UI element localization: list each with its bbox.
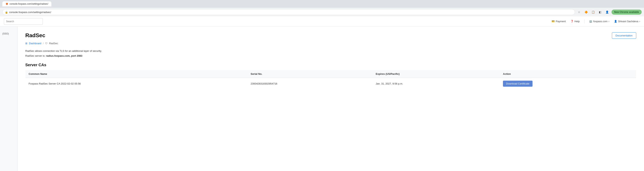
user-label: Shivani Sachdeva bbox=[618, 20, 638, 23]
documentation-button[interactable]: Documentation bbox=[612, 32, 636, 39]
breadcrumb-current-label: RadSec bbox=[49, 42, 58, 45]
dashboard-icon bbox=[25, 42, 28, 45]
domain-icon: 🏢 bbox=[589, 20, 592, 23]
address-bar-row: 🔒 console.foxpass.com/settings/radsec/ ☆… bbox=[0, 8, 644, 16]
new-chrome-button[interactable]: New Chrome available bbox=[612, 10, 642, 15]
download-certificate-button[interactable]: Download Certificate bbox=[503, 81, 532, 87]
page-title: RadSec bbox=[25, 32, 45, 39]
radsec-shield-icon bbox=[45, 42, 48, 45]
breadcrumb-current: RadSec bbox=[45, 42, 58, 45]
server-cas-title: Server CAs bbox=[25, 63, 636, 67]
col-common-name: Common Name bbox=[26, 70, 248, 78]
help-label: Help bbox=[574, 20, 580, 23]
app-layout: 💳 Payment ❓ Help 🏢 foxpass.com › 👤 Shiva… bbox=[0, 16, 644, 171]
cell-common-name: Foxpass RadSec Server CA 2022-02-02 05:5… bbox=[26, 78, 248, 90]
theme-icon[interactable]: ◧ bbox=[598, 9, 603, 15]
payment-icon: 💳 bbox=[552, 20, 555, 23]
radsec-description: RadSec allows connection via TLS for an … bbox=[25, 50, 636, 52]
server-info-value: radius.foxpass.com, port 2083 bbox=[46, 54, 82, 57]
address-bar[interactable]: 🔒 console.foxpass.com/settings/radsec/ bbox=[2, 9, 575, 15]
top-nav: 💳 Payment ❓ Help 🏢 foxpass.com › 👤 Shiva… bbox=[0, 16, 644, 27]
search-input[interactable] bbox=[4, 18, 43, 25]
tab-title: console.foxpass.com/settings/radsec/ bbox=[10, 3, 48, 5]
user-icon: 👤 bbox=[614, 20, 617, 23]
avatar-icon[interactable]: 👤 bbox=[604, 9, 610, 15]
nav-divider bbox=[584, 20, 584, 23]
payment-label: Payment bbox=[556, 20, 566, 23]
server-info: RadSec server is: radius.foxpass.com, po… bbox=[25, 54, 636, 57]
page-header: RadSec Documentation bbox=[25, 32, 636, 39]
col-action: Action bbox=[500, 70, 636, 78]
cell-action: Download Certificate bbox=[500, 78, 636, 90]
browser-tab[interactable]: 🦊 console.foxpass.com/settings/radsec/ bbox=[2, 1, 51, 7]
sidebar-item-sso[interactable]: (SSO) bbox=[0, 30, 17, 37]
breadcrumb-dashboard-label: Dashboard bbox=[29, 42, 42, 45]
server-info-prefix: RadSec server is: bbox=[25, 54, 46, 57]
bookmark-icon[interactable]: ☆ bbox=[576, 9, 582, 15]
domain-label: foxpass.com bbox=[593, 20, 608, 23]
browser-icons: ☆ 🔶 📋 ◧ 👤 New Chrome available bbox=[576, 9, 642, 15]
main-container: (SSO) RadSec Documentation Dashboard / R… bbox=[0, 27, 644, 171]
breadcrumb: Dashboard / RadSec bbox=[25, 42, 636, 45]
domain-nav-item[interactable]: 🏢 foxpass.com › bbox=[589, 20, 609, 23]
col-expires: Expires (US/Pacific) bbox=[372, 70, 500, 78]
payment-nav-item[interactable]: 💳 Payment bbox=[552, 20, 566, 23]
cell-serial-no: 2393428318302954716 bbox=[248, 78, 372, 90]
cell-expires: Jan. 31, 2027, 9:56 p.m. bbox=[372, 78, 500, 90]
col-serial-no: Serial No. bbox=[248, 70, 372, 78]
user-nav-item[interactable]: 👤 Shivani Sachdeva › bbox=[614, 20, 640, 23]
breadcrumb-dashboard-link[interactable]: Dashboard bbox=[25, 42, 42, 45]
nav-right: 💳 Payment ❓ Help 🏢 foxpass.com › 👤 Shiva… bbox=[552, 20, 640, 23]
content-area: RadSec Documentation Dashboard / RadSec … bbox=[18, 27, 644, 171]
sidebar-item-sso-label: (SSO) bbox=[2, 32, 9, 35]
domain-chevron-icon: › bbox=[608, 20, 609, 23]
extension-icon1[interactable]: 🔶 bbox=[584, 9, 589, 15]
ca-table-header-row: Common Name Serial No. Expires (US/Pacif… bbox=[26, 70, 636, 78]
help-icon: ❓ bbox=[570, 20, 574, 23]
sidebar: (SSO) bbox=[0, 27, 18, 171]
table-row: Foxpass RadSec Server CA 2022-02-02 05:5… bbox=[26, 78, 636, 90]
tab-favicon: 🦊 bbox=[6, 3, 8, 5]
help-nav-item[interactable]: ❓ Help bbox=[570, 20, 580, 23]
breadcrumb-separator: / bbox=[43, 42, 44, 45]
ca-table-head: Common Name Serial No. Expires (US/Pacif… bbox=[26, 70, 636, 78]
user-chevron-icon: › bbox=[639, 20, 640, 23]
browser-bar: 🦊 console.foxpass.com/settings/radsec/ bbox=[0, 0, 644, 8]
site-icon: 🔒 bbox=[5, 11, 8, 14]
address-text: console.foxpass.com/settings/radsec/ bbox=[9, 11, 51, 14]
ca-table-body: Foxpass RadSec Server CA 2022-02-02 05:5… bbox=[26, 78, 636, 90]
ca-table: Common Name Serial No. Expires (US/Pacif… bbox=[25, 70, 636, 90]
extension-icon2[interactable]: 📋 bbox=[590, 9, 596, 15]
